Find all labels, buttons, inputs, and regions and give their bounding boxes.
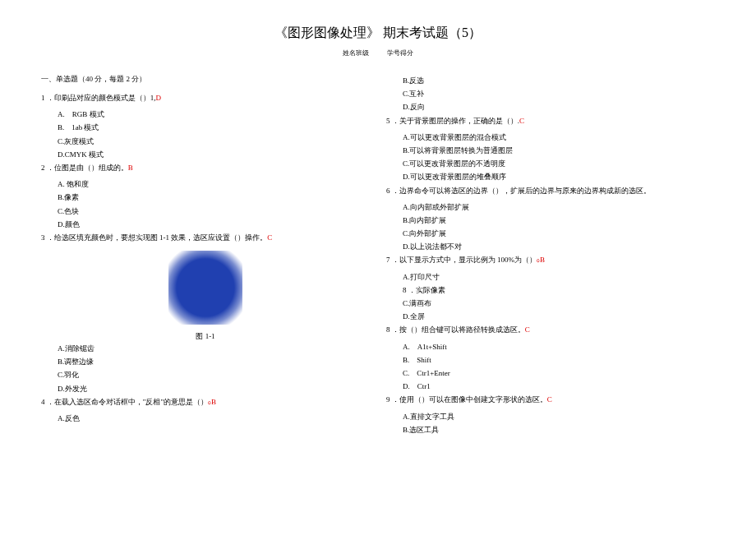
q7-stem: 7 ．以下显示方式中，显示比例为 100%为（）₀B [386, 253, 715, 266]
q4-answer: ₀B [208, 398, 216, 406]
exam-subtitle: 姓名班级 学号得分 [41, 48, 715, 58]
q8-opt-a: A. A1t+Shift [386, 340, 715, 353]
q9-answer: C [547, 395, 552, 404]
q1-stem: 1 ．印刷品对应的颜色模式是（）1,D [41, 91, 370, 104]
q4-opt-b: B.反选 [386, 74, 715, 87]
q9-opt-b: B.选区工具 [386, 423, 715, 436]
q2-text: 2 ．位图是由（）组成的。 [41, 164, 128, 172]
left-column: 一、单选题（40 分，每题 2 分） 1 ．印刷品对应的颜色模式是（）1,D A… [41, 74, 370, 436]
q9-stem: 9 ．使用（）可以在图像中创建文字形状的选区。C [386, 393, 715, 406]
q6-stem: 6 ．边界命令可以将选区的边界（），扩展后的边界与原来的边界构成新的选区。 [386, 184, 715, 197]
q8-opt-b: B. Shift [386, 353, 715, 367]
q1-answer: D [156, 94, 162, 102]
q4-opt-c: C.互补 [386, 87, 715, 100]
exam-title: 《图形图像处理》 期末考试题（5） [41, 25, 715, 42]
q8-opt-c: C. Ctr1+Enter [386, 367, 715, 380]
q5-opt-c: C.可以更改背景图层的不透明度 [386, 157, 715, 170]
q1-opt-b: B. 1ab 模式 [41, 121, 370, 134]
q3-answer: C [267, 233, 272, 242]
q7-opt-d: D.全屏 [386, 310, 715, 323]
q3-opt-b: B.调整边缘 [41, 355, 370, 368]
right-column: B.反选 C.互补 D.反向 5 ．关于背景图层的操作，正确的是（）.C A.可… [386, 74, 715, 436]
q2-opt-c: C.色块 [41, 205, 370, 218]
content-columns: 一、单选题（40 分，每题 2 分） 1 ．印刷品对应的颜色模式是（）1,D A… [41, 74, 715, 436]
q3-opt-a: A.消除锯齿 [41, 342, 370, 355]
q4-text: 4 ．在载入选区命令对话框中，"反相"的意思是（） [41, 398, 208, 406]
section-title: 一、单选题（40 分，每题 2 分） [41, 74, 370, 85]
q5-opt-b: B.可以将背景图层转换为普通图层 [386, 144, 715, 157]
q3-text: 3 ．给选区填充颜色时，要想实现图 1-1 效果，选区应设置（）操作。 [41, 233, 267, 242]
name-class-label: 姓名班级 [343, 48, 369, 58]
id-score-label: 学号得分 [387, 48, 413, 58]
q8-answer: C [525, 325, 530, 334]
q5-opt-d: D.可以更改背景图层的堆叠顺序 [386, 170, 715, 183]
q5-answer: C [519, 117, 524, 125]
q2-stem: 2 ．位图是由（）组成的。B [41, 161, 370, 174]
q7-text: 7 ．以下显示方式中，显示比例为 100%为（） [386, 256, 537, 264]
q6-opt-c: C.向外部扩展 [386, 227, 715, 240]
q3-opt-d: D.外发光 [41, 382, 370, 395]
q5-opt-a: A.可以更改背景图层的混合模式 [386, 131, 715, 144]
q6-opt-a: A.向内部或外部扩展 [386, 201, 715, 214]
figure-caption: 图 1-1 [41, 331, 370, 342]
q4-opt-a: A.反色 [41, 412, 370, 425]
q6-text: 6 ．边界命令可以将选区的边界（），扩展后的边界与原来的边界构成新的选区。 [386, 187, 651, 195]
q8-stem: 8 ．按（）组合键可以将路径转换成选区。C [386, 323, 715, 336]
q1-text: 1 ．印刷品对应的颜色模式是（）1, [41, 94, 156, 102]
q8-text: 8 ．按（）组合键可以将路径转换成选区。 [386, 325, 525, 334]
q9-text: 9 ．使用（）可以在图像中创建文字形状的选区。 [386, 395, 547, 404]
q3-opt-c: C.羽化 [41, 368, 370, 381]
q7-opt-c: C.满画布 [386, 297, 715, 310]
q2-opt-d: D.颜色 [41, 218, 370, 231]
q7-opt-b: 8 ．实际像素 [386, 284, 715, 297]
q5-text: 5 ．关于背景图层的操作，正确的是（）. [386, 117, 519, 125]
q2-opt-b: B.像素 [41, 191, 370, 204]
q9-opt-a: A.直排文字工具 [386, 410, 715, 423]
q7-opt-a: A.打印尺寸 [386, 270, 715, 284]
q4-stem: 4 ．在载入选区命令对话框中，"反相"的意思是（）₀B [41, 395, 370, 408]
q8-opt-d: D. Ctr1 [386, 380, 715, 393]
q3-stem: 3 ．给选区填充颜色时，要想实现图 1-1 效果，选区应设置（）操作。C [41, 231, 370, 244]
q4-opt-d: D.反向 [386, 100, 715, 113]
q7-answer: ₀B [537, 256, 545, 264]
q5-stem: 5 ．关于背景图层的操作，正确的是（）.C [386, 114, 715, 127]
q2-answer: B [128, 164, 133, 172]
figure-1-1 [41, 251, 370, 325]
q1-opt-a: A. RGB 模式 [41, 108, 370, 121]
blue-feathered-square-icon [168, 251, 242, 325]
q6-opt-b: B.向内部扩展 [386, 214, 715, 227]
q1-opt-d: D.CMYK 模式 [41, 148, 370, 161]
q1-opt-c: C.灰度模式 [41, 135, 370, 148]
q6-opt-d: D.以上说法都不对 [386, 240, 715, 253]
q2-opt-a: A. 饱和度 [41, 178, 370, 191]
